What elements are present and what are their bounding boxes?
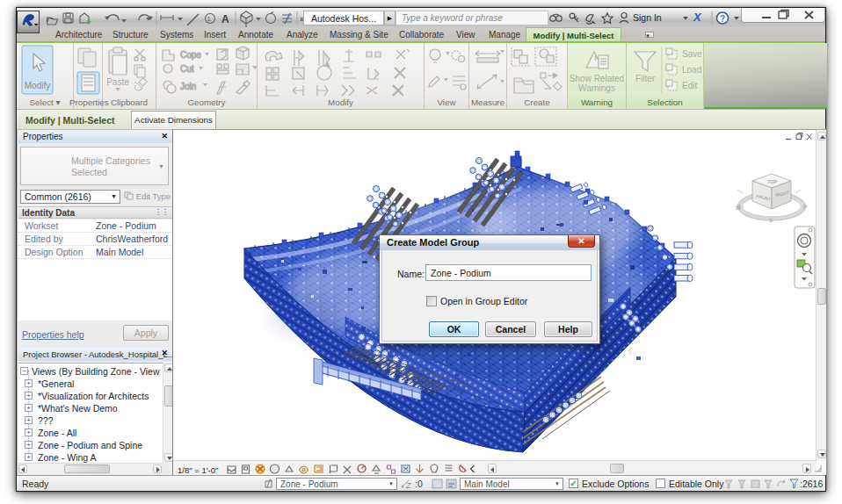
svg-text:Join: Join: [180, 82, 196, 91]
svg-text:Load: Load: [682, 65, 701, 75]
svg-text:Z: Z: [405, 481, 411, 490]
svg-text:S: S: [769, 218, 773, 223]
svg-text:Paste: Paste: [106, 77, 129, 87]
svg-text:Show Related: Show Related: [570, 74, 624, 83]
svg-text:TOP: TOP: [767, 179, 778, 184]
svg-text:Filter: Filter: [635, 74, 656, 83]
svg-text:?: ?: [720, 14, 725, 24]
svg-text:Save: Save: [682, 49, 702, 59]
svg-text:Cope: Cope: [180, 50, 201, 60]
svg-text:Warnings: Warnings: [578, 83, 615, 93]
svg-text:1: 1: [207, 15, 212, 23]
svg-text:!: !: [594, 54, 597, 62]
svg-text:Modify: Modify: [25, 81, 50, 90]
svg-text:W: W: [736, 205, 741, 211]
svg-text:A: A: [221, 13, 229, 25]
svg-text:Cut: Cut: [180, 64, 194, 74]
svg-text:Edit: Edit: [682, 81, 697, 90]
